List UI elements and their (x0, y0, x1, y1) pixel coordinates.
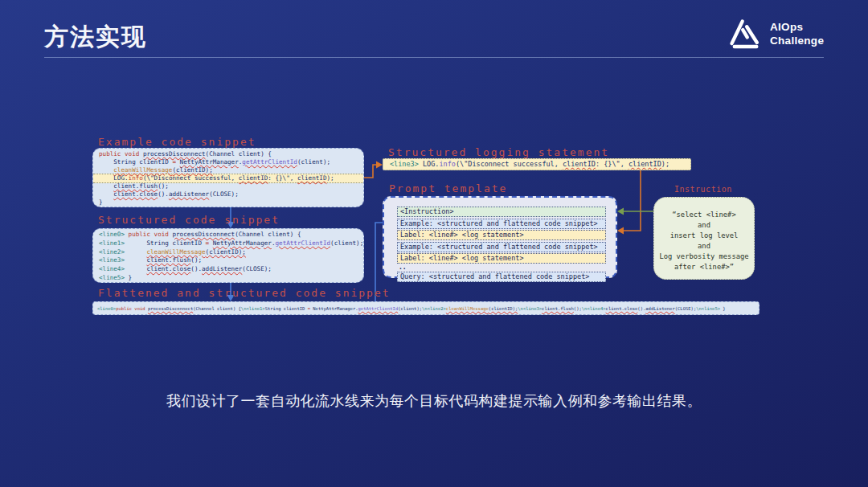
code-token (99, 190, 113, 198)
arrow-logline-to-statement (364, 165, 376, 178)
prompt-template-label: Prompt template (389, 182, 507, 194)
code-token: cleanWillMessage (446, 306, 489, 311)
code-token: (). (637, 306, 645, 311)
instruction-line: and (654, 220, 754, 231)
example-code-box: public void processDisconnect(Channel cl… (92, 148, 364, 207)
code-line: client.close().addListener(CLOSE); (93, 190, 363, 198)
code-token: NettyAttrManager (213, 239, 272, 247)
code-token: (); (190, 256, 202, 264)
aiops-triangle-icon (727, 18, 763, 50)
instruction-line: and (654, 241, 754, 252)
code-token: public void (99, 150, 143, 158)
instruction-label: Instruction (674, 185, 732, 194)
code-token: info (439, 160, 455, 168)
code-token: ); (661, 160, 669, 168)
code-token: ); (326, 174, 334, 182)
slide: 方法实现 AIOps Challenge Example code snip (0, 0, 868, 487)
code-token: (Channel client) { (235, 231, 301, 238)
code-token: client.close (606, 306, 638, 311)
page-title: 方法实现 (44, 21, 147, 54)
code-token (99, 166, 113, 174)
code-line: <line3> client.flush(); (93, 256, 363, 265)
code-token: client.close (146, 265, 190, 272)
code-token (129, 248, 147, 256)
prompt-row-example: Example: <structured and flattened code … (397, 219, 606, 229)
code-token: : {}\", (268, 174, 297, 182)
prompt-row-query: Query: <structured and flattened code sn… (397, 272, 606, 282)
code-token: \n<line1> (241, 306, 265, 311)
code-token: LOG. (423, 160, 439, 168)
instruction-line: Log verbosity message (654, 252, 754, 262)
code-line: <line1> String clientID = NettyAttrManag… (93, 239, 363, 248)
code-token: (CLOSE); (242, 265, 272, 272)
code-token: (client); (330, 239, 363, 247)
code-token: getAttrClientId (242, 158, 297, 166)
logo-line1: AIOps (770, 20, 824, 34)
code-token: processDisconnect (148, 306, 193, 311)
code-token: clientID (563, 160, 596, 168)
code-token: } (723, 306, 725, 311)
code-token: String clientID (99, 158, 172, 166)
code-token: client.flush (542, 306, 574, 311)
code-token: (clientID); (489, 306, 518, 311)
code-line: <line5> } (93, 274, 363, 283)
code-token: processDisconnect (172, 231, 235, 238)
structured-snippet-label: Structured code snippet (98, 214, 280, 226)
code-token: \n<line4> (582, 306, 606, 311)
code-line: } (93, 198, 363, 207)
code-token: (\"Disconnect successful, (143, 174, 239, 182)
code-token: \n<line3> (518, 306, 542, 311)
code-token: (). (190, 265, 202, 272)
code-token: <line1> (99, 239, 129, 247)
code-token: getAttrClientId (275, 239, 330, 247)
code-token: <line2> (99, 248, 129, 256)
code-token: } (129, 274, 133, 281)
prompt-row-instruction: <Instruction> (397, 207, 606, 217)
code-token: addListener (202, 265, 242, 272)
code-token: String clientID (265, 306, 308, 311)
aiops-logo: AIOps Challenge (727, 18, 824, 50)
code-line: public void processDisconnect(Channel cl… (93, 150, 363, 158)
code-token: <line4> (99, 265, 129, 272)
code-line: client.flush(); (93, 182, 363, 190)
prompt-row-label: Label: <line#> <log statement> (397, 230, 606, 240)
code-token: getAttrClientId (358, 306, 399, 311)
prompt-row-dots: .. (397, 265, 606, 270)
code-token: (CLOSE); (675, 306, 697, 311)
logging-statement-box: <line3> LOG.info(\"Disconnect successful… (383, 158, 691, 170)
arrow-statement-to-label-row (624, 170, 641, 231)
code-token: addListener (645, 306, 674, 311)
code-token: client.flush (146, 256, 190, 264)
code-token (129, 256, 147, 264)
title-divider (44, 57, 824, 58)
code-token: (). (158, 190, 169, 198)
code-line: String clientID = NettyAttrManager.getAt… (93, 158, 363, 166)
code-token: <line0> (99, 231, 129, 238)
flattened-code-box: <line0>public void processDisconnect(Cha… (92, 301, 760, 315)
arrowhead-statement-to-label-row (617, 227, 624, 235)
code-token: processDisconnect (143, 150, 206, 158)
instruction-line: insert log level (654, 231, 754, 241)
prompt-row-example: Example: <structured and flattened code … (397, 242, 606, 252)
logo-text: AIOps Challenge (770, 20, 824, 47)
code-token: clientID (297, 174, 327, 182)
arrowhead-instruction-to-instruction-row (617, 208, 624, 215)
code-token: String clientID (129, 239, 206, 247)
code-token: LOG. (99, 174, 129, 182)
code-token: (client); (297, 158, 330, 166)
code-line: <line4> client.close().addListener(CLOSE… (93, 265, 363, 274)
logo-line2: Challenge (770, 34, 824, 47)
code-token: : {}\", (596, 160, 628, 168)
logging-statement-label: Structured logging statement (388, 146, 609, 158)
code-token: cleanWillMessage (113, 166, 172, 174)
code-token: <line0> (97, 306, 116, 311)
code-line: <line2> cleanWillMessage(clientID); (93, 248, 363, 257)
code-token: (Channel client) { (193, 306, 241, 311)
prompt-template-box: <Instruction>Example: <structured and fl… (383, 196, 617, 278)
code-token: <line3> (390, 160, 423, 168)
code-token: (); (574, 306, 582, 311)
instruction-line: after <line#>” (654, 262, 754, 272)
code-token: } (99, 198, 103, 206)
code-token: (clientID); (206, 248, 246, 256)
code-token: NettyAttrManager. (313, 306, 358, 311)
